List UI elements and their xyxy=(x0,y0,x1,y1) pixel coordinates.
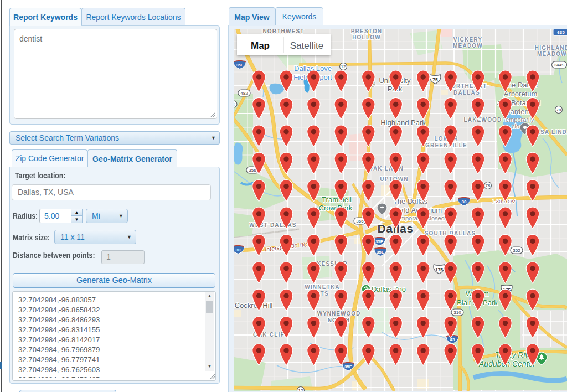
svg-text:Cockrell Hill: Cockrell Hill xyxy=(235,301,273,310)
svg-text:356: 356 xyxy=(249,168,256,173)
svg-text:MEADOW: MEADOW xyxy=(453,43,483,49)
svg-text:GREENVILLE: GREENVILLE xyxy=(425,142,467,148)
svg-text:35E: 35E xyxy=(236,63,244,68)
svg-text:Satellite: Satellite xyxy=(290,40,323,51)
svg-text:35E: 35E xyxy=(375,239,384,244)
svg-text:Temporarily: Temporarily xyxy=(503,116,534,123)
svg-text:PRESTON: PRESTON xyxy=(351,29,383,34)
svg-text:NORTHWEST: NORTHWEST xyxy=(262,29,304,34)
svg-text:LAKEWOOD: LAKEWOOD xyxy=(463,117,502,123)
svg-text:635: 635 xyxy=(557,30,565,35)
svg-text:HOLLOW: HOLLOW xyxy=(352,34,381,40)
svg-text:310: 310 xyxy=(453,310,461,315)
svg-text:WINNETKA: WINNETKA xyxy=(305,284,339,290)
svg-text:78: 78 xyxy=(486,183,491,188)
svg-text:WYNNEWOOD: WYNNEWOOD xyxy=(317,311,360,317)
svg-text:352: 352 xyxy=(513,248,520,253)
svg-text:35E: 35E xyxy=(344,364,353,369)
svg-text:DALLAS: DALLAS xyxy=(453,90,480,96)
svg-text:12: 12 xyxy=(298,388,303,391)
svg-text:78: 78 xyxy=(556,107,561,112)
svg-text:ASA LINDA: ASA LINDA xyxy=(536,129,567,135)
svg-text:Highland Park: Highland Park xyxy=(380,118,426,127)
svg-text:482: 482 xyxy=(240,91,248,96)
svg-text:366: 366 xyxy=(356,219,364,224)
svg-text:VICKERY: VICKERY xyxy=(453,37,482,43)
svg-text:30: 30 xyxy=(236,247,241,252)
svg-text:244S: 244S xyxy=(554,63,565,68)
svg-text:MEADOW: MEADOW xyxy=(537,51,567,57)
svg-text:35E: 35E xyxy=(377,250,385,255)
svg-text:30: 30 xyxy=(462,199,467,204)
svg-text:Map: Map xyxy=(251,40,270,51)
svg-text:75: 75 xyxy=(432,77,438,82)
svg-text:12: 12 xyxy=(341,64,346,69)
svg-text:Trammell: Trammell xyxy=(322,195,352,204)
svg-text:175: 175 xyxy=(435,267,443,272)
svg-text:HIGHLAND: HIGHLAND xyxy=(535,45,567,51)
